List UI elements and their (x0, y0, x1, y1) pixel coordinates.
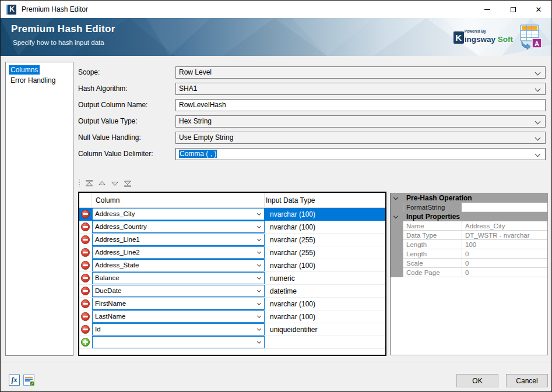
title-bar: K Premium Hash Editor ✕ (1, 1, 551, 18)
delete-row-icon[interactable] (81, 299, 90, 308)
powered-by-text: Powered By (465, 30, 513, 34)
property-value: Address_City (462, 221, 547, 231)
row-column-combobox[interactable]: Address_City (92, 208, 265, 220)
grid-row: Balance numeric (79, 272, 385, 285)
nav-item-columns[interactable]: Columns (9, 65, 40, 75)
premium-hash-editor-window: K Premium Hash Editor ✕ Premium Hash Edi… (0, 0, 552, 392)
grid-row: Address_Country nvarchar (100) (79, 221, 385, 234)
row-column-value: Address_Line2 (95, 249, 140, 256)
columns-grid: Column Input Data Type Address_City nvar… (78, 192, 386, 356)
chevron-down-icon (257, 250, 261, 254)
delete-row-icon[interactable] (81, 287, 90, 295)
move-to-bottom-icon (123, 179, 132, 188)
expression-fx-button[interactable]: fx (9, 375, 20, 386)
property-grid: Pre-Hash Operation FormatString Input Pr… (390, 193, 548, 355)
column-value-delimiter-combobox[interactable]: Comma ( , ) (175, 148, 546, 160)
grid-row: LastName nvarchar (100) (79, 310, 385, 323)
property-value: DT_WSTR - nvarchar (462, 231, 547, 240)
chevron-down-icon (257, 340, 261, 344)
property-row: Code Page 0 (391, 268, 547, 277)
hash-algorithm-label: Hash Algorithm: (78, 84, 128, 93)
row-column-combobox[interactable]: Address_Line1 (92, 234, 265, 246)
output-value-type-value: Hex String (179, 117, 212, 125)
hash-algorithm-combobox[interactable]: SHA1 (175, 83, 546, 95)
grid-row: Address_State nvarchar (100) (79, 259, 385, 272)
property-category-header[interactable]: Pre-Hash Operation (391, 193, 547, 203)
chevron-down-icon (257, 224, 261, 228)
chevron-down-icon (257, 314, 261, 318)
output-column-name-input[interactable]: RowLevelHash (175, 99, 546, 111)
brand-soft-text: Soft (498, 35, 513, 44)
grid-row: Address_Line2 nvarchar (255) (79, 246, 385, 259)
metadata-badge-icon: ✓ (30, 381, 35, 386)
row-column-combobox[interactable]: Address_Country (92, 221, 265, 233)
row-column-combobox[interactable]: Id (92, 323, 265, 336)
add-row-icon[interactable] (81, 338, 90, 347)
row-column-combobox[interactable]: Address_Line2 (92, 246, 265, 259)
grid-rows: Address_City nvarchar (100) Address_Coun… (79, 208, 385, 336)
cancel-button[interactable]: Cancel (506, 374, 548, 387)
collapse-chevron-icon (393, 214, 398, 218)
row-column-value: Address_Line1 (95, 236, 140, 243)
row-input-data-type: nvarchar (100) (270, 259, 315, 272)
chevron-down-icon (535, 135, 541, 141)
property-name: Scale (403, 259, 462, 268)
fx-icon: fx (12, 376, 17, 384)
move-down-icon (110, 179, 119, 188)
chevron-down-icon (257, 288, 261, 292)
output-value-type-combobox[interactable]: Hex String (175, 115, 546, 128)
null-value-handling-combobox[interactable]: Use Empty String (175, 132, 546, 144)
row-column-combobox[interactable]: Address_State (92, 259, 265, 271)
minimize-button[interactable] (474, 1, 500, 18)
delete-row-icon[interactable] (81, 274, 90, 282)
scope-value: Row Level (179, 68, 212, 76)
delete-row-icon[interactable] (81, 223, 90, 231)
delete-row-icon[interactable] (81, 312, 90, 321)
property-category-header[interactable]: Input Properties (391, 212, 547, 221)
ok-button[interactable]: OK (456, 374, 498, 387)
property-name: Name (403, 221, 462, 231)
new-row-column-combobox[interactable] (92, 336, 265, 348)
row-column-combobox[interactable]: FirstName (92, 298, 265, 310)
output-value-type-label: Output Value Type: (78, 117, 138, 125)
delete-row-icon[interactable] (81, 325, 90, 334)
property-name: Code Page (403, 268, 462, 277)
property-name: FormatString (403, 203, 462, 212)
grid-row: Address_City nvarchar (100) (79, 208, 385, 221)
row-input-data-type: nvarchar (255) (270, 234, 315, 246)
row-column-value: Balance (95, 274, 119, 281)
row-column-value: DueDate (95, 287, 121, 294)
scope-combobox[interactable]: Row Level (175, 66, 546, 79)
row-column-combobox[interactable]: DueDate (92, 285, 265, 297)
svg-text:A: A (535, 40, 539, 47)
output-column-name-label: Output Column Name: (78, 101, 147, 109)
delete-row-icon[interactable] (81, 261, 90, 270)
grid-header-row: Column Input Data Type (79, 193, 385, 208)
property-grid-rows: Pre-Hash Operation FormatString Input Pr… (391, 193, 547, 277)
grid-row: DueDate datetime (79, 285, 385, 298)
property-value: 0 (462, 268, 547, 277)
scope-label: Scope: (78, 68, 100, 76)
nav-item-error-handling[interactable]: Error Handling (9, 76, 57, 85)
delete-row-icon[interactable] (81, 248, 90, 257)
maximize-button[interactable] (500, 1, 526, 18)
move-down-button[interactable] (109, 178, 121, 189)
hash-algorithm-value: SHA1 (179, 84, 197, 93)
row-input-data-type: numeric (270, 272, 295, 285)
grid-header-column: Column (96, 196, 119, 204)
move-up-button[interactable] (96, 178, 108, 189)
output-column-name-value: RowLevelHash (179, 101, 226, 109)
property-value: 0 (462, 259, 547, 268)
row-column-value: Address_City (95, 210, 135, 217)
refresh-metadata-button[interactable]: ✓ (23, 375, 34, 386)
move-to-bottom-button[interactable] (122, 178, 133, 189)
row-column-combobox[interactable]: LastName (92, 310, 265, 323)
delete-row-icon[interactable] (81, 235, 90, 244)
row-column-combobox[interactable]: Balance (92, 272, 265, 284)
close-button[interactable]: ✕ (526, 1, 551, 18)
property-value[interactable] (462, 203, 547, 212)
delete-row-icon[interactable] (81, 210, 90, 218)
move-to-top-button[interactable] (83, 178, 95, 189)
chevron-down-icon (535, 86, 541, 92)
property-row: Length 100 (391, 240, 547, 249)
